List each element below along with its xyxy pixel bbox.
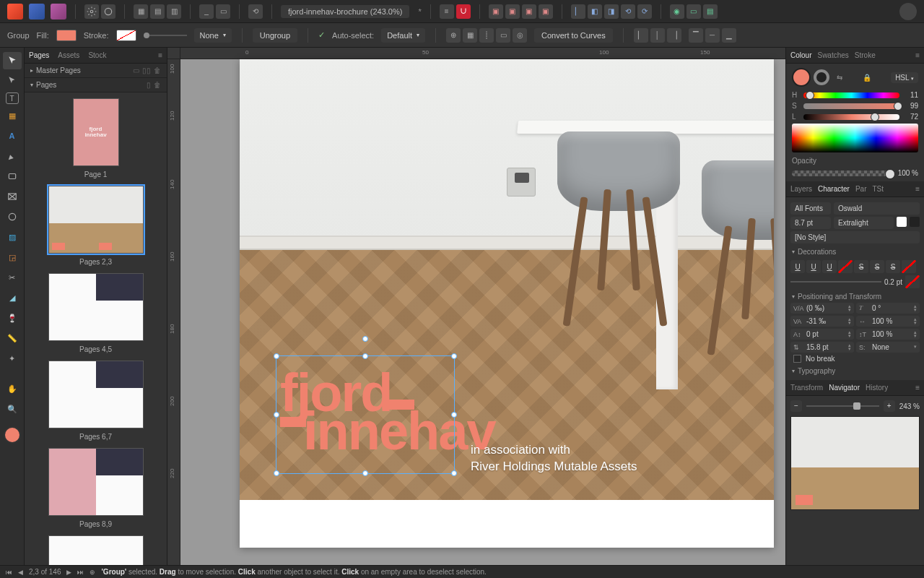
stroke-width-slider[interactable] [144, 35, 187, 36]
resize-handle-tr[interactable] [451, 353, 457, 359]
align-b-icon[interactable]: ▁ [722, 28, 736, 43]
rotate-handle[interactable] [362, 336, 368, 342]
resize-handle-mr[interactable] [451, 412, 457, 418]
zoom-out-button[interactable]: − [790, 400, 802, 412]
node-tool[interactable] [3, 72, 22, 90]
ellipse-tool[interactable] [3, 208, 22, 225]
deco-width-slider[interactable] [790, 281, 881, 282]
font-size-field[interactable]: 8.7 pt [790, 217, 831, 229]
next-page-button[interactable]: ▶ [66, 569, 71, 576]
lock-icon[interactable]: 🔒 [863, 74, 871, 82]
zoom-in-button[interactable]: + [884, 400, 895, 412]
page-thumb-2-3[interactable] [48, 186, 144, 254]
align-r-icon[interactable]: ▕ [667, 28, 681, 43]
navigator-preview[interactable] [790, 416, 920, 510]
last-page-button[interactable]: ⏭ [77, 569, 84, 576]
fill-well[interactable] [792, 68, 811, 87]
horizontal-ruler[interactable]: 0 50 100 150 [180, 48, 785, 59]
shear-field[interactable]: 𝑇0 °▴▾ [856, 303, 920, 314]
hscale-field[interactable]: ↔100 %▴▾ [856, 316, 920, 327]
transform-separate-icon[interactable]: ┊ [479, 28, 494, 43]
dbl-underline-btn[interactable]: U [806, 260, 821, 273]
add-page-icon[interactable]: ▯ [147, 81, 151, 89]
persona-designer-icon[interactable] [29, 4, 45, 20]
rotate-ccw-icon[interactable]: ⟲ [621, 4, 635, 19]
tab-paragraph[interactable]: Par [855, 185, 867, 193]
preferences-icon[interactable] [84, 4, 99, 19]
preflight-status-icon[interactable]: ⊕ [90, 569, 95, 576]
section-icon[interactable]: ▭ [687, 4, 701, 19]
retouch-tool[interactable]: ✦ [3, 350, 22, 367]
arrange-back-icon[interactable]: ▣ [489, 4, 503, 19]
char-fill-swatch[interactable] [897, 217, 907, 227]
break-field[interactable]: S:None▾ [856, 342, 920, 353]
tab-stock[interactable]: Stock [88, 51, 106, 59]
swap-colours-icon[interactable]: ⇆ [837, 74, 842, 82]
resize-handle-tm[interactable] [362, 353, 368, 359]
page-thumb-8-9[interactable] [48, 448, 144, 516]
tab-navigator[interactable]: Navigator [829, 384, 860, 392]
tab-colour[interactable]: Colour [790, 51, 811, 59]
align-m-icon[interactable]: ─ [705, 28, 720, 43]
tab-assets[interactable]: Assets [58, 51, 79, 59]
transparency-tool[interactable]: 🍷 [3, 309, 22, 327]
table-tool[interactable]: ▦ [3, 107, 22, 124]
char-bg-swatch[interactable] [910, 217, 920, 227]
rotate-cw-icon[interactable]: ⟳ [637, 4, 652, 19]
tracking-field[interactable]: VA-31 ‰▴▾ [790, 316, 854, 327]
typography-header[interactable]: Typography [790, 365, 920, 377]
fill-tool[interactable]: ◢ [3, 289, 22, 306]
convert-curves-button[interactable]: Convert to Curves [534, 28, 613, 43]
page-spread[interactable]: fjord innehav in association with River … [240, 59, 774, 548]
ruler-origin[interactable] [167, 48, 180, 59]
add-master-icon[interactable]: ▭ [133, 66, 139, 74]
view-mode-3-icon[interactable]: ▥ [167, 4, 181, 19]
artistic-text-tool[interactable]: A [3, 127, 22, 144]
page-thumb-1[interactable]: fjordinnehav [73, 98, 119, 166]
baseline-field[interactable]: A↕0 pt▴▾ [790, 329, 854, 340]
char-menu-icon[interactable]: ≡ [915, 185, 920, 193]
deco-reset-btn[interactable] [905, 275, 920, 288]
tab-history[interactable]: History [866, 384, 888, 392]
flip-h-icon[interactable]: ◧ [588, 4, 602, 19]
vertical-ruler[interactable]: 100 120 140 160 180 200 220 [167, 59, 180, 565]
page-thumb-10-11[interactable] [48, 535, 144, 565]
underline-color-btn[interactable]: U [822, 260, 837, 273]
transform-origin-icon[interactable]: ▦ [463, 28, 477, 43]
arrange-backward-icon[interactable]: ▣ [505, 4, 520, 19]
sat-slider[interactable] [803, 103, 899, 109]
stroke-width-value[interactable]: None▾ [194, 28, 232, 43]
tab-pages[interactable]: Pages [29, 51, 49, 59]
baseline-icon[interactable]: ⎯ [199, 4, 214, 19]
page-position[interactable]: 2,3 of 146 [29, 568, 61, 576]
first-page-button[interactable]: ⏮ [6, 569, 12, 576]
stroke-swatch[interactable] [116, 30, 136, 41]
strike-btn[interactable]: S [854, 260, 868, 273]
opacity-value[interactable]: 100 % [898, 169, 918, 177]
zoom-slider[interactable] [806, 405, 879, 407]
toc-icon[interactable]: ▤ [703, 4, 718, 19]
persona-publisher-icon[interactable] [7, 4, 23, 20]
colour-menu-icon[interactable]: ≡ [915, 51, 920, 59]
light-slider[interactable] [803, 114, 899, 120]
arrange-front-icon[interactable]: ▣ [539, 4, 553, 19]
delete-page-icon[interactable]: 🗑 [154, 81, 161, 89]
view-mode-1-icon[interactable]: ▦ [134, 4, 148, 19]
arrange-forward-icon[interactable]: ▣ [522, 4, 536, 19]
show-alignment-icon[interactable]: ⊕ [446, 28, 461, 43]
autoselect-check-icon[interactable]: ✓ [318, 30, 325, 40]
master-pages-header[interactable]: ▸Master Pages ▭▯▯🗑 [25, 64, 167, 78]
opacity-slider[interactable] [792, 171, 894, 176]
panel-menu-icon[interactable]: ≡ [158, 51, 162, 59]
picture-frame-tool[interactable] [3, 188, 22, 205]
snapping-icon[interactable] [456, 4, 471, 19]
color-picker-tool[interactable]: 📏 [3, 329, 22, 347]
tab-stroke[interactable]: Stroke [855, 51, 876, 59]
resize-handle-bl[interactable] [274, 470, 279, 476]
font-weight-dropdown[interactable]: Extralight [834, 217, 894, 229]
pages-section-header[interactable]: ▾Pages ▯🗑 [25, 78, 167, 92]
pen-tool[interactable] [3, 147, 22, 165]
kerning-field[interactable]: V/A(0 ‰)▴▾ [790, 303, 854, 314]
frame-text-tool[interactable]: T [6, 92, 19, 104]
strike-color-btn[interactable]: S [886, 260, 900, 273]
